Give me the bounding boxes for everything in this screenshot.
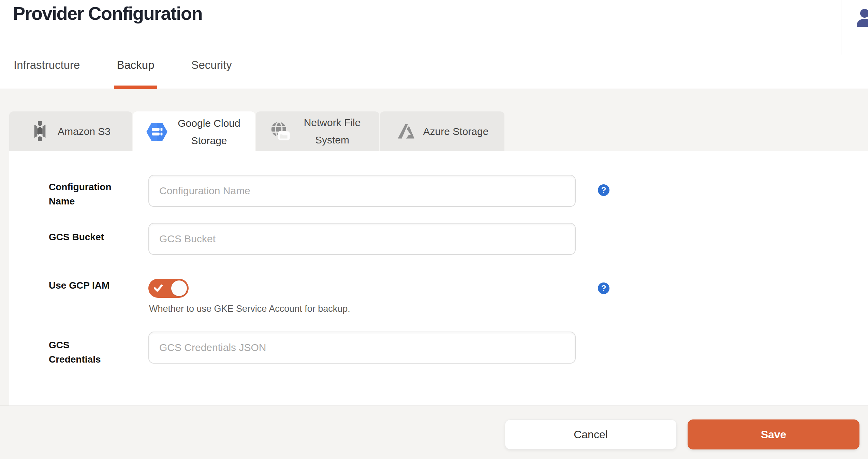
configuration-name-input[interactable] — [148, 175, 576, 207]
gcs-credentials-input[interactable] — [148, 332, 576, 364]
provider-tab-label: Azure Storage — [423, 123, 489, 140]
amazon-s3-icon — [31, 121, 49, 142]
gcs-credentials-label: GCS Credentials — [49, 338, 120, 367]
provider-tab-google-cloud-storage[interactable]: Google Cloud Storage — [133, 111, 255, 152]
tab-backup[interactable]: Backup — [114, 54, 157, 89]
cancel-button[interactable]: Cancel — [505, 419, 677, 449]
use-gcp-iam-toggle[interactable] — [148, 279, 189, 298]
footer-action-bar: Cancel Save — [0, 406, 868, 459]
person-icon — [856, 9, 868, 27]
tab-infrastructure[interactable]: Infrastructure — [11, 54, 83, 89]
gcs-bucket-input[interactable] — [148, 223, 576, 255]
use-gcp-iam-label: Use GCP IAM — [49, 278, 120, 293]
provider-tab-label: Google Cloud Storage — [176, 114, 242, 149]
tab-security[interactable]: Security — [189, 54, 235, 89]
save-button[interactable]: Save — [688, 419, 859, 449]
nav-tabs: Infrastructure Backup Security — [11, 54, 235, 89]
use-gcp-iam-helper-text: Whether to use GKE Service Account for b… — [149, 304, 350, 314]
google-cloud-storage-icon — [146, 123, 167, 141]
header-divider — [841, 0, 841, 55]
network-file-system-icon — [270, 121, 291, 141]
checkmark-icon — [154, 284, 163, 292]
use-gcp-iam-help-icon[interactable]: ? — [598, 282, 609, 294]
toggle-knob — [171, 280, 187, 296]
provider-tab-amazon-s3[interactable]: Amazon S3 — [9, 111, 132, 151]
header: Provider Configuration Infrastructure Ba… — [0, 0, 868, 89]
gcs-bucket-label: GCS Bucket — [49, 230, 120, 244]
configuration-name-help-icon[interactable]: ? — [598, 184, 609, 196]
azure-storage-icon — [396, 123, 414, 139]
provider-tab-azure-storage[interactable]: Azure Storage — [380, 111, 504, 151]
provider-tab-network-file-system[interactable]: Network File System — [256, 111, 379, 151]
page-title: Provider Configuration — [13, 3, 202, 24]
provider-tab-label: Network File System — [299, 114, 365, 149]
configuration-name-label: Configuration Name — [49, 180, 120, 209]
provider-tab-label: Amazon S3 — [58, 123, 111, 140]
user-avatar-icon[interactable] — [856, 9, 868, 27]
provider-tabs: Amazon S3 Google Cloud Storage — [9, 111, 504, 151]
provider-config-card: Configuration Name ? GCS Bucket Use GCP … — [9, 151, 868, 406]
